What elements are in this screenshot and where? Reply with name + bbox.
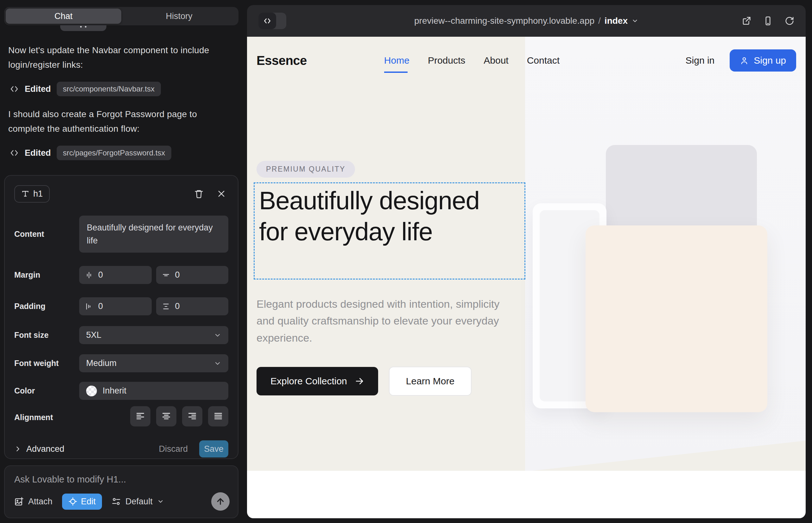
margin-label: Margin <box>14 270 79 279</box>
close-panel-button[interactable] <box>217 189 226 198</box>
font-size-label: Font size <box>14 330 79 340</box>
arrow-right-icon <box>355 376 364 386</box>
content-textarea[interactable]: Beautifully designed for everyday life <box>79 216 228 253</box>
padding-y-input[interactable]: 0 <box>156 297 229 315</box>
learn-more-button[interactable]: Learn More <box>389 366 472 396</box>
color-value: Inherit <box>103 386 126 396</box>
tab-chat[interactable]: Chat <box>6 8 121 24</box>
padding-y-value: 0 <box>175 301 180 311</box>
margin-y-value: 0 <box>175 270 180 280</box>
align-right-button[interactable] <box>182 406 202 427</box>
preview-panel: preview--charming-site-symphony.lovable.… <box>247 5 806 518</box>
chevron-down-icon <box>214 360 222 367</box>
nav-link-home[interactable]: Home <box>384 55 409 66</box>
chat-history-tabbar: Chat History <box>4 7 239 25</box>
default-label: Default <box>125 497 153 507</box>
open-in-new-tab-button[interactable] <box>742 16 751 26</box>
code-preview-toggle[interactable] <box>259 13 286 29</box>
selected-element-outline[interactable]: Beautifully designed for everyday life <box>254 182 525 279</box>
chevron-down-icon <box>214 331 222 339</box>
discard-button[interactable]: Discard <box>159 444 188 454</box>
edit-label: Edit <box>81 497 96 507</box>
composer-input[interactable]: Ask Lovable to modify H1... <box>14 474 228 485</box>
arrow-up-icon <box>216 497 225 506</box>
preview-page-name: index <box>604 16 628 26</box>
sign-up-label: Sign up <box>754 55 786 66</box>
align-justify-button[interactable] <box>208 406 228 427</box>
mobile-view-button[interactable] <box>763 16 773 26</box>
settings-sliders-icon <box>111 497 121 506</box>
site-nav-links: Home Products About Contact <box>384 55 560 66</box>
attach-label: Attach <box>28 497 53 507</box>
advanced-toggle[interactable]: Advanced <box>14 444 64 454</box>
sign-in-button[interactable]: Sign in <box>686 55 715 66</box>
margin-y-input[interactable]: 0 <box>156 266 229 284</box>
padding-vertical-icon <box>162 302 170 310</box>
explore-collection-label: Explore Collection <box>270 376 347 386</box>
sign-up-button[interactable]: Sign up <box>730 49 796 72</box>
tab-history[interactable]: History <box>121 8 237 24</box>
user-icon <box>740 56 749 65</box>
nav-link-contact[interactable]: Contact <box>527 55 560 66</box>
type-icon <box>21 190 30 198</box>
locate-icon <box>68 497 77 506</box>
chat-composer: Ask Lovable to modify H1... Attach Edit … <box>4 465 239 518</box>
color-swatch <box>86 385 97 396</box>
align-justify-icon <box>213 411 223 421</box>
margin-x-input[interactable]: 0 <box>79 266 152 284</box>
save-button[interactable]: Save <box>199 440 228 457</box>
code-icon <box>10 84 19 94</box>
delete-element-button[interactable] <box>194 189 204 198</box>
send-button[interactable] <box>211 492 230 511</box>
align-center-button[interactable] <box>156 406 176 427</box>
chevron-right-icon <box>14 446 21 452</box>
font-size-select[interactable]: 5XL <box>79 326 228 344</box>
explore-collection-button[interactable]: Explore Collection <box>257 367 378 395</box>
edited-file-row: Edited src/components/Navbar.tsx <box>10 82 161 96</box>
nav-link-about[interactable]: About <box>483 55 508 66</box>
padding-label: Padding <box>14 302 79 311</box>
selected-element-chip: h1 <box>14 185 50 203</box>
edited-label: Edited <box>25 84 51 94</box>
element-tag: h1 <box>33 189 43 199</box>
assistant-message: Now let's update the Navbar component to… <box>8 43 233 72</box>
url-separator: / <box>598 16 601 26</box>
hero-description: Elegant products designed with intention… <box>257 296 510 346</box>
editor-header: h1 <box>14 184 228 203</box>
default-mode-button[interactable]: Default <box>111 497 164 507</box>
site-logo[interactable]: Essence <box>257 54 307 68</box>
trash-icon <box>194 189 204 198</box>
chevron-down-icon <box>632 17 638 24</box>
align-right-icon <box>187 411 197 421</box>
align-left-icon <box>135 411 145 421</box>
padding-x-value: 0 <box>98 301 103 311</box>
margin-vertical-icon <box>162 271 170 279</box>
preview-url-dropdown[interactable]: preview--charming-site-symphony.lovable.… <box>414 16 638 26</box>
padding-x-input[interactable]: 0 <box>79 297 152 315</box>
refresh-button[interactable] <box>785 16 794 26</box>
edited-file-chip[interactable]: src/components/Navbar.tsx <box>57 82 161 96</box>
edited-file-row: Edited src/pages/ForgotPassword.tsx <box>10 146 171 160</box>
preview-browser-bar: preview--charming-site-symphony.lovable.… <box>247 5 806 37</box>
align-left-button[interactable] <box>130 406 151 427</box>
font-size-value: 5XL <box>86 330 101 340</box>
font-weight-value: Medium <box>86 358 117 368</box>
font-weight-select[interactable]: Medium <box>79 354 228 372</box>
rendered-site: Essence Home Products About Contact Sign… <box>247 37 806 518</box>
refresh-icon <box>785 16 794 26</box>
chat-sidebar: Chat History Now let's update the Navbar… <box>0 0 246 523</box>
chevron-down-icon <box>157 498 164 505</box>
advanced-label: Advanced <box>26 444 64 454</box>
nav-link-products[interactable]: Products <box>428 55 465 66</box>
truncated-chip <box>60 25 106 31</box>
edit-mode-button[interactable]: Edit <box>62 493 102 510</box>
attach-button[interactable]: Attach <box>14 497 53 507</box>
padding-horizontal-icon <box>85 302 93 310</box>
code-icon <box>259 13 276 29</box>
edited-file-chip[interactable]: src/pages/ForgotPassword.tsx <box>57 146 172 160</box>
margin-horizontal-icon <box>85 271 93 279</box>
image-plus-icon <box>14 497 24 506</box>
assistant-message: I should also create a Forgot Password p… <box>8 107 233 137</box>
color-select[interactable]: Inherit <box>79 382 228 400</box>
site-navbar: Essence Home Products About Contact Sign… <box>247 37 806 84</box>
